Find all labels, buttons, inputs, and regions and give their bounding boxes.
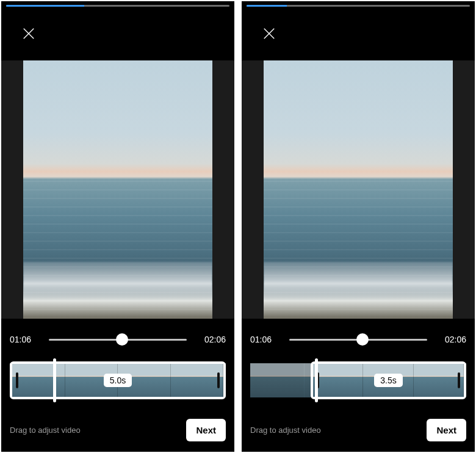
side-by-side-container: 01:06 02:06 5.0s Drag to adjust video	[0, 0, 476, 453]
video-editor-screen: 01:06 02:06 3.5s Drag to adjust video	[242, 1, 475, 452]
trim-playhead[interactable]	[315, 358, 318, 402]
trim-handle-left[interactable]	[16, 372, 18, 388]
trim-playhead[interactable]	[53, 358, 56, 402]
seek-bar: 01:06 02:06	[10, 327, 226, 352]
close-icon	[262, 27, 276, 40]
seek-thumb[interactable]	[116, 333, 128, 346]
trim-handle-right[interactable]	[458, 372, 460, 388]
filmstrip-thumb	[250, 363, 305, 397]
video-editor-screen: 01:06 02:06 5.0s Drag to adjust video	[1, 1, 234, 452]
video-frame[interactable]	[264, 60, 453, 319]
time-end: 02:06	[436, 335, 466, 344]
trim-selection[interactable]: 5.0s	[10, 361, 226, 399]
video-preview	[242, 60, 475, 319]
trim-control: 5.0s	[10, 358, 226, 401]
seek-thumb[interactable]	[356, 333, 369, 346]
seek-bar: 01:06 02:06	[250, 327, 466, 352]
crop-shade-right	[453, 60, 475, 319]
trim-duration-badge: 5.0s	[104, 374, 132, 387]
close-icon	[22, 27, 35, 40]
hint-text: Drag to adjust video	[250, 426, 321, 435]
time-start: 01:06	[10, 335, 40, 344]
trim-handle-right[interactable]	[217, 372, 220, 388]
trim-control: 3.5s	[250, 358, 466, 401]
bottom-bar: Drag to adjust video Next	[10, 414, 226, 446]
close-button[interactable]	[18, 23, 39, 44]
next-button[interactable]: Next	[427, 419, 466, 441]
hint-text: Drag to adjust video	[10, 426, 81, 435]
crop-shade-left	[1, 60, 23, 319]
crop-shade-left	[242, 60, 264, 319]
video-preview	[1, 60, 234, 319]
video-frame[interactable]	[23, 60, 212, 319]
next-button[interactable]: Next	[186, 419, 226, 441]
story-progress-fill	[6, 5, 84, 7]
crop-shade-right	[212, 60, 234, 319]
time-start: 01:06	[250, 335, 281, 344]
close-button[interactable]	[259, 23, 279, 44]
trim-selection[interactable]: 3.5s	[311, 361, 466, 399]
trim-duration-badge: 3.5s	[374, 374, 402, 387]
story-progress-track	[6, 5, 229, 7]
bottom-bar: Drag to adjust video Next	[250, 414, 466, 446]
story-progress-track	[247, 5, 470, 7]
time-end: 02:06	[195, 335, 226, 344]
seek-track[interactable]	[289, 339, 427, 341]
story-progress-fill	[247, 5, 287, 7]
seek-track[interactable]	[49, 339, 187, 341]
